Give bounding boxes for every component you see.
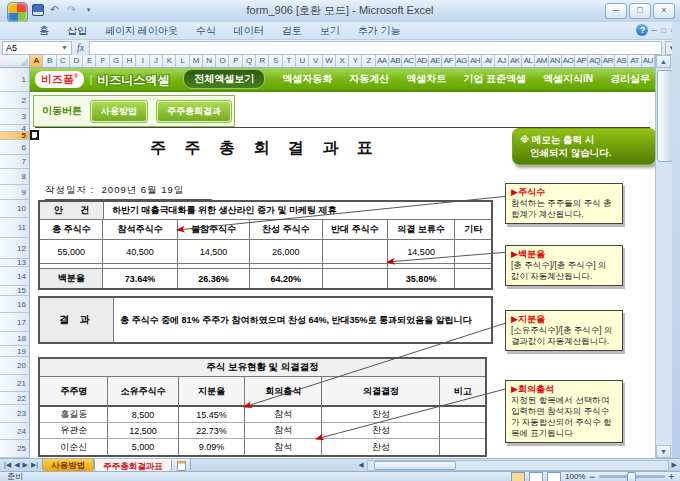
scroll-up-icon[interactable]: ▲: [656, 55, 671, 68]
shareholder-cell-r3c2[interactable]: 5,000: [108, 439, 178, 455]
shareholder-cell-r3c1[interactable]: 이순신: [40, 439, 108, 455]
zoom-out-icon[interactable]: −: [589, 473, 594, 481]
hscroll-track[interactable]: [367, 460, 669, 471]
row-header-5[interactable]: 5: [0, 132, 30, 140]
column-header-T[interactable]: T: [283, 55, 296, 67]
row-header-11[interactable]: 11: [0, 218, 30, 238]
column-header-AP[interactable]: AP: [575, 55, 588, 67]
column-header-M[interactable]: M: [190, 55, 203, 67]
help-icon[interactable]: ?: [636, 24, 648, 36]
toolbar-menu-7[interactable]: 경리실무: [610, 72, 650, 86]
first-sheet-icon[interactable]: |◀: [4, 461, 11, 469]
percent-cell-6[interactable]: [455, 269, 491, 288]
column-header-R[interactable]: R: [256, 55, 269, 67]
hscroll-right-icon[interactable]: ▶: [669, 461, 680, 469]
column-header-AK[interactable]: AK: [509, 55, 522, 67]
t1head-cell-7[interactable]: 기타: [455, 220, 491, 240]
page-break-view-icon[interactable]: [547, 472, 561, 481]
column-header-B[interactable]: B: [43, 55, 56, 67]
shareholder-cell-r1c3[interactable]: 15.45%: [179, 407, 245, 423]
row-header-24[interactable]: 24: [0, 423, 30, 440]
row-header-21[interactable]: 21: [0, 375, 30, 392]
shareholder-cell-r1c1[interactable]: 홍길동: [40, 407, 108, 423]
ribbon-tab-추가 기능[interactable]: 추가 기능: [349, 22, 410, 40]
shareholder-cell-r2c3[interactable]: 22.73%: [179, 423, 245, 439]
column-header-AU[interactable]: AU: [642, 55, 655, 67]
last-sheet-icon[interactable]: ▶|: [31, 461, 38, 469]
ribbon-tab-삽입[interactable]: 삽입: [58, 22, 96, 40]
column-header-AD[interactable]: AD: [416, 55, 429, 67]
column-header-AG[interactable]: AG: [456, 55, 469, 67]
ribbon-tab-페이지 레이아웃[interactable]: 페이지 레이아웃: [96, 22, 187, 40]
shareholder-cell-r2c4[interactable]: 참석: [245, 423, 322, 439]
toolbar-menu-5[interactable]: 기업 표준엑셀: [463, 72, 526, 86]
row-header-7[interactable]: 7: [0, 155, 30, 169]
shareholder-cell-r2c1[interactable]: 유관순: [40, 423, 108, 439]
column-header-W[interactable]: W: [323, 55, 336, 67]
shareholder-cell-r2c2[interactable]: 12,500: [108, 423, 178, 439]
ribbon-tab-검토[interactable]: 검토: [273, 22, 311, 40]
column-header-A[interactable]: A: [30, 55, 43, 67]
column-header-AO[interactable]: AO: [562, 55, 575, 67]
column-header-AT[interactable]: AT: [628, 55, 641, 67]
column-header-AL[interactable]: AL: [522, 55, 535, 67]
row-header-20[interactable]: 20: [0, 357, 30, 375]
column-header-K[interactable]: K: [163, 55, 176, 67]
column-header-G[interactable]: G: [110, 55, 123, 67]
row-header-15[interactable]: 15: [0, 286, 30, 296]
column-header-AJ[interactable]: AJ: [495, 55, 508, 67]
ribbon-tab-수식[interactable]: 수식: [187, 22, 225, 40]
row-header-9[interactable]: 9: [0, 185, 30, 200]
select-all-corner[interactable]: [0, 55, 30, 68]
column-header-AI[interactable]: AI: [482, 55, 495, 67]
t1head-cell-3[interactable]: 불참주식수: [178, 220, 250, 240]
zoom-slider[interactable]: [599, 475, 665, 478]
row-header-18[interactable]: 18: [0, 332, 30, 346]
column-header-AB[interactable]: AB: [389, 55, 402, 67]
column-header-D[interactable]: D: [70, 55, 83, 67]
bizform-logo[interactable]: 비즈폼®: [35, 71, 84, 88]
column-header-V[interactable]: V: [309, 55, 322, 67]
column-header-S[interactable]: S: [269, 55, 282, 67]
insert-sheet-tab[interactable]: [172, 459, 191, 471]
column-header-AQ[interactable]: AQ: [588, 55, 601, 67]
toolbar-menu-2[interactable]: 엑셀자동화: [282, 72, 332, 86]
t1head-cell-2[interactable]: 참석주식수: [103, 220, 177, 240]
t1vals-cell-4[interactable]: 26,000: [250, 240, 322, 264]
column-header-J[interactable]: J: [150, 55, 163, 67]
column-header-Y[interactable]: Y: [349, 55, 362, 67]
minimize-button[interactable]: ─: [605, 3, 627, 19]
column-header-AR[interactable]: AR: [602, 55, 615, 67]
nav-button-2[interactable]: 주주총회결과: [157, 101, 231, 122]
vertical-scrollbar[interactable]: ▲ ▼: [655, 55, 672, 458]
t1head-cell-6[interactable]: 의결 보류수: [388, 220, 455, 240]
shareholder-cell-r3c5[interactable]: 찬성: [322, 439, 440, 455]
column-header-P[interactable]: P: [229, 55, 242, 67]
nav-button-1[interactable]: 사용방법: [91, 101, 147, 122]
column-header-Q[interactable]: Q: [243, 55, 256, 67]
column-header-AH[interactable]: AH: [469, 55, 482, 67]
column-header-L[interactable]: L: [176, 55, 189, 67]
column-header-O[interactable]: O: [216, 55, 229, 67]
shareholder-cell-r2c5[interactable]: 찬성: [322, 423, 440, 439]
row-header-22[interactable]: 22: [0, 392, 30, 405]
ribbon-tab-데이터[interactable]: 데이터: [225, 22, 273, 40]
row-header-8[interactable]: 8: [0, 169, 30, 185]
hscroll-left-icon[interactable]: ◀: [355, 461, 366, 469]
sheet-tab-사용방법[interactable]: 사용방법: [42, 459, 94, 471]
percent-cell-5[interactable]: 35.80%: [388, 269, 455, 288]
row-header-4[interactable]: 4: [0, 125, 30, 132]
next-sheet-icon[interactable]: ▶: [23, 461, 28, 469]
page-layout-view-icon[interactable]: [529, 472, 543, 481]
close-button[interactable]: ×: [653, 3, 675, 19]
column-header-AF[interactable]: AF: [442, 55, 455, 67]
shareholder-cell-r1c6[interactable]: [440, 407, 485, 423]
row-header-1[interactable]: 1: [0, 68, 30, 92]
normal-view-icon[interactable]: [511, 472, 525, 481]
name-box[interactable]: A5 ▼: [2, 41, 72, 55]
column-header-AM[interactable]: AM: [535, 55, 548, 67]
t1head-cell-4[interactable]: 찬성 주식수: [250, 220, 322, 240]
column-header-F[interactable]: F: [96, 55, 109, 67]
row-header-25[interactable]: 25: [0, 440, 30, 458]
row-header-17[interactable]: 17: [0, 313, 30, 332]
